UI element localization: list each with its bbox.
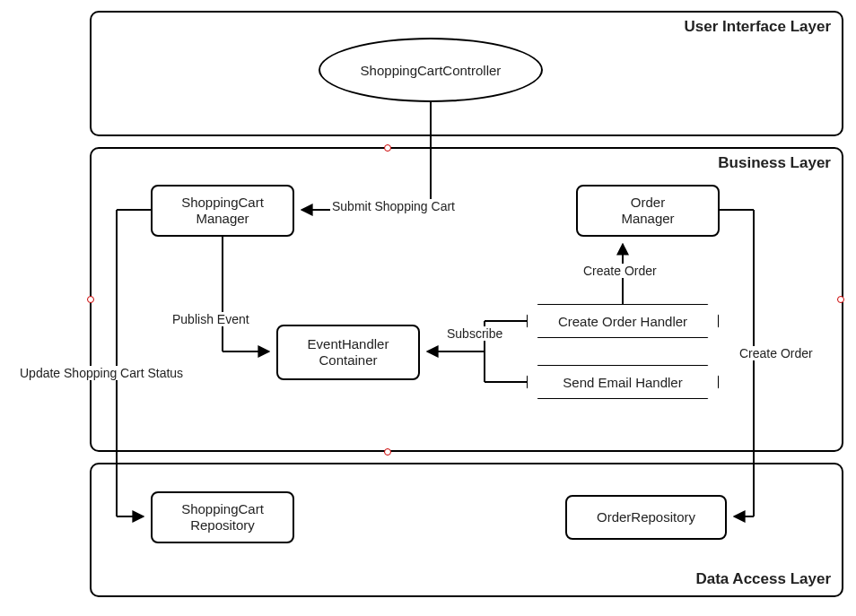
node-order-repository: OrderRepository (565, 495, 727, 540)
node-label: Create Order Handler (558, 314, 687, 329)
connector-dot (87, 296, 94, 303)
edge-label-publish-event: Publish Event (170, 312, 251, 326)
node-shoppingcart-repository: ShoppingCart Repository (151, 491, 294, 543)
edge-label-update-status: Update Shopping Cart Status (18, 366, 185, 380)
node-send-email-handler: Send Email Handler (528, 366, 718, 398)
layer-business-title: Business Layer (718, 154, 831, 172)
node-shoppingcart-controller: ShoppingCartController (319, 38, 543, 102)
node-shoppingcart-manager: ShoppingCart Manager (151, 185, 294, 237)
node-label: ShoppingCart Repository (181, 501, 264, 534)
edge-label-submit-cart: Submit Shopping Cart (330, 199, 457, 213)
node-order-manager: Order Manager (576, 185, 720, 237)
node-create-order-handler: Create Order Handler (528, 305, 718, 337)
connector-dot (384, 448, 391, 455)
node-label: EventHandler Container (308, 336, 389, 369)
edge-label-create-order-up: Create Order (581, 264, 659, 278)
node-label: Order Manager (621, 195, 674, 227)
node-label: ShoppingCart Manager (181, 195, 264, 227)
node-label: Send Email Handler (563, 375, 682, 390)
node-label: ShoppingCartController (361, 63, 502, 78)
edge-label-create-order-down: Create Order (738, 346, 815, 360)
layer-data-title: Data Access Layer (695, 570, 831, 588)
connector-dot (384, 144, 391, 152)
edge-label-subscribe: Subscribe (445, 326, 504, 341)
connector-dot (837, 296, 844, 303)
layer-ui-title: User Interface Layer (685, 18, 831, 36)
node-label: OrderRepository (597, 509, 695, 525)
node-eventhandler-container: EventHandler Container (276, 325, 420, 380)
